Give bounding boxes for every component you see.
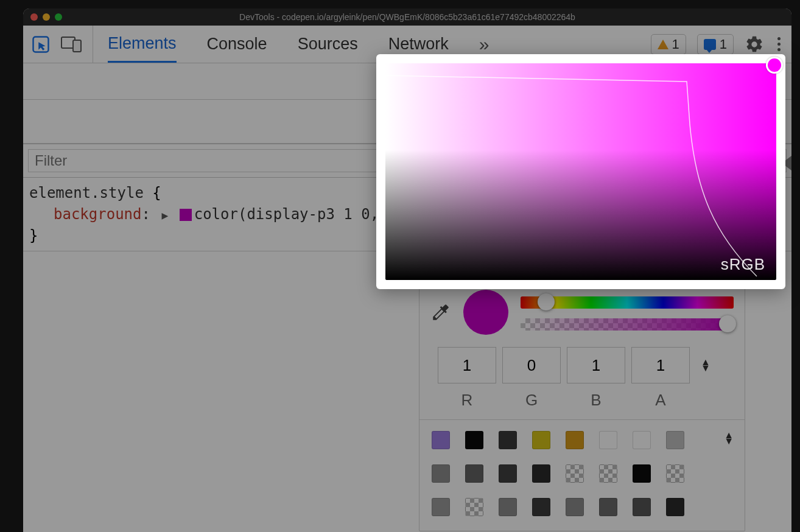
palette-swatch[interactable] (465, 498, 483, 516)
palette-swatch[interactable] (599, 431, 617, 449)
warnings-badge[interactable]: 1 (651, 34, 686, 55)
palette-swatch[interactable] (633, 464, 651, 483)
palette-swatch[interactable] (532, 431, 550, 449)
close-brace: } (29, 227, 38, 244)
tab-elements[interactable]: Elements (108, 26, 177, 63)
css-property-name[interactable]: background (54, 206, 142, 223)
spectrum-cursor[interactable] (768, 58, 781, 72)
channel-a-label: A (655, 391, 665, 410)
palette-swatch[interactable] (499, 498, 517, 516)
maximize-window-button[interactable] (55, 13, 62, 21)
channel-b-input[interactable] (567, 347, 625, 383)
channel-g-input[interactable] (502, 347, 561, 383)
palette-stepper[interactable]: ▲▼ (724, 432, 734, 444)
gamut-boundary-line (385, 63, 776, 280)
css-selector[interactable]: element.style (29, 184, 144, 201)
palette-swatch[interactable] (599, 464, 617, 483)
palette-swatch[interactable] (499, 464, 517, 483)
messages-badge[interactable]: 1 (697, 34, 734, 55)
tab-console[interactable]: Console (207, 26, 267, 63)
channel-a-input[interactable] (631, 347, 690, 383)
palette-swatch[interactable] (599, 498, 617, 516)
color-value-row: R G B A ▲▼ (419, 343, 745, 420)
title-bar: DevTools - codepen.io/argyleink/pen/QWBg… (23, 9, 791, 26)
device-toolbar-icon[interactable] (61, 37, 82, 52)
channel-r-label: R (461, 391, 473, 410)
palette-swatch[interactable] (566, 464, 584, 483)
color-picker-panel: R G B A ▲▼ ▲▼ (419, 282, 745, 531)
palette-swatch[interactable] (499, 431, 517, 449)
palette-swatch[interactable] (666, 464, 684, 483)
palette-swatch[interactable] (432, 464, 450, 483)
palette-swatch[interactable] (465, 431, 483, 449)
message-icon (704, 39, 716, 50)
toolbar-right: 1 1 (651, 34, 784, 55)
palette-swatch[interactable] (532, 498, 550, 516)
palette-swatch[interactable] (566, 498, 584, 516)
color-swatch[interactable] (180, 209, 192, 221)
minimize-window-button[interactable] (43, 13, 50, 21)
color-spectrum-popover: sRGB (376, 54, 785, 289)
palette-swatch[interactable] (566, 431, 584, 449)
svg-rect-2 (73, 40, 81, 52)
warnings-count: 1 (672, 37, 679, 52)
css-property-value[interactable]: color(display-p3 1 0 (194, 206, 370, 223)
alpha-slider[interactable] (521, 318, 734, 331)
channel-r-input[interactable] (438, 347, 496, 383)
alpha-slider-thumb[interactable] (719, 315, 736, 332)
color-format-stepper[interactable]: ▲▼ (696, 359, 711, 371)
messages-count: 1 (720, 37, 727, 52)
palette-swatch[interactable] (633, 431, 651, 449)
window-title: DevTools - codepen.io/argyleink/pen/QWBg… (23, 12, 791, 22)
palette-swatch[interactable] (666, 498, 684, 516)
settings-icon[interactable] (745, 35, 764, 54)
traffic-lights (30, 13, 62, 21)
palette-swatch[interactable] (432, 431, 450, 449)
close-window-button[interactable] (30, 13, 38, 21)
more-options-icon[interactable] (775, 35, 783, 54)
open-brace: { (152, 184, 161, 201)
palette-swatch[interactable] (465, 464, 483, 483)
hue-slider-thumb[interactable] (538, 293, 555, 310)
palette-swatch[interactable] (666, 431, 684, 449)
palette-swatch[interactable] (532, 464, 550, 483)
palette-swatch[interactable] (633, 498, 651, 516)
channel-g-label: G (525, 391, 538, 410)
current-color-preview (463, 290, 508, 335)
more-tabs-icon[interactable]: » (479, 34, 489, 55)
color-palette: ▲▼ (419, 420, 745, 531)
hue-slider[interactable] (521, 296, 734, 309)
color-spectrum[interactable]: sRGB (385, 63, 776, 280)
toolbar-tool-icons (32, 26, 93, 63)
channel-b-label: B (591, 391, 601, 410)
expand-value-icon[interactable]: ▶ (161, 208, 168, 223)
warning-icon (658, 40, 668, 49)
palette-swatch[interactable] (432, 498, 450, 516)
tab-sources[interactable]: Sources (298, 26, 358, 63)
inspect-element-icon[interactable] (32, 35, 50, 54)
eyedropper-icon[interactable] (430, 302, 451, 323)
gamut-label: sRGB (721, 255, 765, 274)
